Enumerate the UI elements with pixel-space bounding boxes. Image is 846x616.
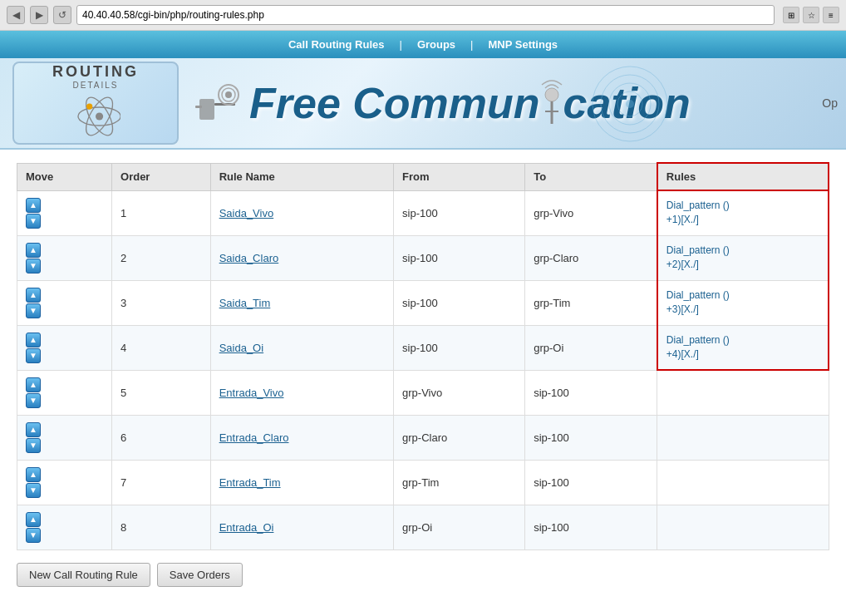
browser-icon-3[interactable]: ≡ [823, 7, 839, 23]
arrow-down[interactable]: ▼ [26, 438, 41, 453]
arrow-up[interactable]: ▲ [26, 333, 41, 347]
banner-right-text: Op [822, 96, 838, 110]
routing-badge-subtitle: DETAILS [73, 81, 119, 90]
new-call-routing-rule-button[interactable]: New Call Routing Rule [17, 563, 150, 587]
routing-table: Move Order Rule Name From To Rules ▲ ▼ [17, 162, 829, 550]
rule-link[interactable]: Dial_pattern ()+2)[X./] [666, 244, 819, 272]
cell-rule-name: Entrada_Vivo [210, 370, 393, 415]
cell-move: ▲ ▼ [17, 415, 112, 460]
cell-rule-name: Entrada_Tim [210, 460, 393, 505]
cell-from: grp-Claro [394, 415, 525, 460]
cell-to: grp-Oi [525, 325, 657, 370]
cell-rules: Dial_pattern ()+3)[X./] [657, 280, 829, 325]
header-banner: ROUTING DETAILS Free Commun [0, 58, 846, 150]
cell-from: grp-Oi [394, 505, 525, 549]
col-header-from: From [394, 163, 525, 190]
refresh-button[interactable]: ↺ [53, 6, 71, 24]
col-header-to: To [525, 163, 657, 190]
move-arrows: ▲ ▼ [26, 198, 103, 229]
browser-chrome: ◀ ▶ ↺ ⊞ ☆ ≡ [0, 0, 846, 31]
cell-from: sip-100 [394, 235, 525, 280]
arrow-down[interactable]: ▼ [26, 259, 41, 274]
svg-point-4 [86, 103, 92, 109]
arrow-up[interactable]: ▲ [26, 422, 41, 437]
nav-mnp-settings[interactable]: MNP Settings [474, 34, 573, 55]
cell-from: sip-100 [394, 190, 525, 235]
arrow-down[interactable]: ▼ [26, 393, 41, 408]
arrow-up[interactable]: ▲ [26, 467, 41, 482]
cell-move: ▲ ▼ [17, 235, 112, 280]
nav-groups[interactable]: Groups [402, 34, 470, 55]
cell-rules: Dial_pattern ()+2)[X./] [657, 235, 829, 280]
table-row: ▲ ▼ 4 Saida_Oi sip-100 grp-Oi Dial_patte… [17, 325, 829, 370]
arrow-down[interactable]: ▼ [26, 528, 41, 543]
arrow-up[interactable]: ▲ [26, 377, 41, 392]
cell-order: 6 [112, 415, 211, 460]
col-header-rule-name: Rule Name [210, 163, 393, 190]
arrow-up[interactable]: ▲ [26, 198, 41, 213]
col-header-rules: Rules [657, 163, 829, 190]
svg-point-18 [626, 100, 634, 108]
cell-rules-empty [657, 460, 829, 505]
col-header-move: Move [17, 163, 112, 190]
table-row: ▲ ▼ 2 Saida_Claro sip-100 grp-Claro Dial… [17, 235, 829, 280]
table-row: ▲ ▼ 3 Saida_Tim sip-100 grp-Tim Dial_pat… [17, 280, 829, 325]
cell-from: sip-100 [394, 280, 525, 325]
cell-rules: Dial_pattern ()+4)[X./] [657, 325, 829, 370]
table-row: ▲ ▼ 5 Entrada_Vivo grp-Vivo sip-100 [17, 370, 829, 415]
cell-rules-empty [657, 370, 829, 415]
save-orders-button[interactable]: Save Orders [157, 563, 243, 587]
arrow-down[interactable]: ▼ [26, 348, 41, 363]
cell-rules-empty [657, 415, 829, 460]
rule-link[interactable]: Dial_pattern ()+3)[X./] [666, 288, 819, 317]
rule-link[interactable]: Dial_pattern ()+1)[X./] [666, 199, 819, 227]
arrow-down[interactable]: ▼ [26, 214, 41, 229]
move-arrows: ▲ ▼ [26, 243, 103, 274]
arrow-up[interactable]: ▲ [26, 512, 41, 527]
col-header-order: Order [112, 163, 211, 190]
move-arrows: ▲ ▼ [26, 512, 103, 543]
cell-rule-name: Entrada_Oi [210, 505, 393, 549]
cell-to: grp-Vivo [525, 190, 657, 235]
cell-from: sip-100 [394, 325, 525, 370]
satellite-icon [191, 74, 241, 132]
cell-rule-name: Entrada_Claro [210, 415, 393, 460]
table-row: ▲ ▼ 7 Entrada_Tim grp-Tim sip-100 [17, 460, 829, 505]
cell-to: grp-Tim [525, 280, 657, 325]
arrow-down[interactable]: ▼ [26, 303, 41, 318]
nav-call-routing-rules[interactable]: Call Routing Rules [273, 34, 400, 55]
arrow-up[interactable]: ▲ [26, 243, 41, 258]
table-row: ▲ ▼ 6 Entrada_Claro grp-Claro sip-100 [17, 415, 829, 460]
cell-to: sip-100 [525, 370, 657, 415]
forward-button[interactable]: ▶ [30, 6, 48, 24]
back-button[interactable]: ◀ [7, 6, 25, 24]
cell-to: sip-100 [525, 505, 657, 549]
browser-icon-1[interactable]: ⊞ [783, 7, 799, 23]
cell-order: 8 [112, 505, 211, 549]
move-arrows: ▲ ▼ [26, 288, 103, 318]
arrow-down[interactable]: ▼ [26, 483, 41, 498]
svg-rect-5 [199, 99, 214, 120]
move-arrows: ▲ ▼ [26, 333, 103, 363]
cell-rule-name: Saida_Tim [210, 280, 393, 325]
svg-point-0 [96, 112, 103, 120]
cell-move: ▲ ▼ [17, 505, 112, 549]
cell-move: ▲ ▼ [17, 280, 112, 325]
cell-order: 2 [112, 235, 211, 280]
svg-point-9 [225, 91, 232, 98]
top-nav: Call Routing Rules | Groups | MNP Settin… [0, 31, 846, 58]
browser-icon-2[interactable]: ☆ [803, 7, 819, 23]
cell-rule-name: Saida_Claro [210, 235, 393, 280]
arrow-up[interactable]: ▲ [26, 288, 41, 303]
decorative-circles [547, 62, 713, 145]
page-content: Call Routing Rules | Groups | MNP Settin… [0, 31, 846, 616]
rule-link[interactable]: Dial_pattern ()+4)[X./] [666, 333, 819, 362]
cell-order: 3 [112, 280, 211, 325]
routing-badge: ROUTING DETAILS [12, 62, 179, 145]
cell-order: 4 [112, 325, 211, 370]
cell-order: 5 [112, 370, 211, 415]
address-bar[interactable] [76, 5, 775, 25]
table-row: ▲ ▼ 8 Entrada_Oi grp-Oi sip-100 [17, 505, 829, 549]
cell-move: ▲ ▼ [17, 325, 112, 370]
move-arrows: ▲ ▼ [26, 377, 103, 408]
